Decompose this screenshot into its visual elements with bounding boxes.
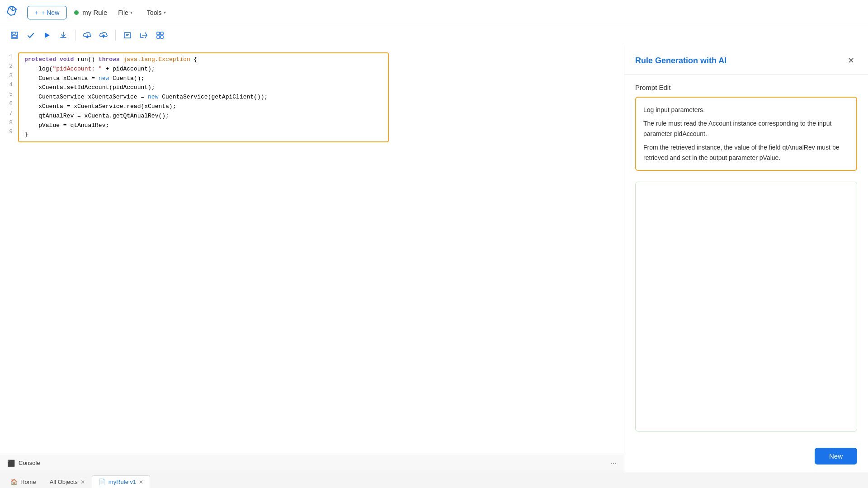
line-numbers: 1 2 3 4 5 6 7 8 9 <box>0 49 18 146</box>
tab-home[interactable]: 🏠 Home <box>4 475 43 488</box>
tab-my-rule-label: myRule v1 <box>108 479 136 485</box>
toolbar <box>0 25 868 45</box>
new-button-label: + New <box>41 9 59 16</box>
ai-panel-footer: New <box>624 441 868 472</box>
ai-panel-header: Rule Generation with AI ✕ <box>624 45 868 75</box>
line-number-9: 9 <box>7 127 13 137</box>
ai-panel: Rule Generation with AI ✕ Prompt Edit Lo… <box>624 45 868 472</box>
tools-menu[interactable]: Tools ▾ <box>143 7 170 18</box>
console-more-button[interactable]: ··· <box>611 459 617 467</box>
prompt-line-1: Log input parameters. <box>643 105 849 115</box>
ai-new-button[interactable]: New <box>815 448 857 465</box>
editor-area: 1 2 3 4 5 6 7 8 9 protected void run() t… <box>0 45 624 472</box>
svg-rect-2 <box>12 35 17 38</box>
upload-cloud-button[interactable] <box>96 28 111 42</box>
grid-button[interactable] <box>153 28 167 42</box>
new-button[interactable]: + + New <box>27 6 67 19</box>
prompt-line-2: The rule must read the Account instance … <box>643 118 849 139</box>
export-button[interactable] <box>56 28 71 42</box>
line-number-8: 8 <box>7 118 13 128</box>
code-highlighted-block: protected void run() throws java.lang.Ex… <box>18 52 389 142</box>
home-icon: 🏠 <box>10 479 18 485</box>
svg-rect-4 <box>124 33 131 38</box>
editor-content[interactable]: 1 2 3 4 5 6 7 8 9 protected void run() t… <box>0 45 624 454</box>
main-area: 1 2 3 4 5 6 7 8 9 protected void run() t… <box>0 45 868 472</box>
toolbar-separator-2 <box>115 30 116 41</box>
line-number-5: 5 <box>7 90 13 99</box>
toolbar-separator-1 <box>75 30 75 41</box>
file-menu-label: File <box>118 9 128 16</box>
tab-my-rule[interactable]: 📄 myRule v1 ✕ <box>92 475 150 488</box>
svg-rect-8 <box>160 36 163 38</box>
code-line-6: xCuenta = xCuentaService.read(xCuenta); <box>24 102 382 112</box>
plus-icon: + <box>35 9 38 16</box>
console-bar: ⬛ Console ··· <box>0 454 624 472</box>
tab-all-objects[interactable]: All Objects ✕ <box>43 475 92 488</box>
code-line-9: } <box>24 130 382 140</box>
ai-panel-title: Rule Generation with AI <box>635 56 726 66</box>
prompt-section: Prompt Edit Log input parameters. The ru… <box>635 84 857 171</box>
rule-name-display: my Rule <box>74 9 107 16</box>
app-logo <box>5 5 20 21</box>
ai-panel-close-button[interactable]: ✕ <box>844 54 857 67</box>
topbar: + + New my Rule File ▾ Tools ▾ <box>0 0 868 25</box>
bottom-tabs: 🏠 Home All Objects ✕ 📄 myRule v1 ✕ <box>0 472 868 488</box>
console-label: Console <box>19 460 40 466</box>
svg-rect-5 <box>157 32 160 35</box>
code-line-1: protected void run() throws java.lang.Ex… <box>24 55 382 65</box>
tab-all-objects-label: All Objects <box>50 479 78 485</box>
line-number-3: 3 <box>7 71 13 81</box>
prompt-line-3: From the retrieved instance, the value o… <box>643 142 849 163</box>
preview-button[interactable] <box>120 28 135 42</box>
line-number-6: 6 <box>7 99 13 109</box>
line-number-4: 4 <box>7 80 13 90</box>
code-line-2: log("pidAccount: " + pidAccount); <box>24 65 382 74</box>
code-line-7: qtAnualRev = xCuenta.getQtAnualRev(); <box>24 112 382 121</box>
line-number-7: 7 <box>7 109 13 118</box>
console-terminal-icon: ⬛ <box>7 460 15 467</box>
code-line-3: Cuenta xCuenta = new Cuenta(); <box>24 74 382 84</box>
ai-panel-body: Prompt Edit Log input parameters. The ru… <box>624 75 868 441</box>
line-number-1: 1 <box>7 52 13 62</box>
share-button[interactable] <box>137 28 151 42</box>
tab-home-label: Home <box>20 479 36 485</box>
rule-status-dot <box>74 10 79 15</box>
tools-menu-chevron: ▾ <box>164 10 166 15</box>
line-number-2: 2 <box>7 62 13 71</box>
tab-my-rule-close[interactable]: ✕ <box>139 479 143 485</box>
file-menu-chevron: ▾ <box>130 10 132 15</box>
svg-marker-3 <box>45 33 50 38</box>
tab-all-objects-close[interactable]: ✕ <box>80 479 85 485</box>
svg-rect-7 <box>157 36 160 38</box>
file-icon: 📄 <box>99 479 106 485</box>
file-menu[interactable]: File ▾ <box>114 7 136 18</box>
prompt-section-title: Prompt Edit <box>635 84 857 91</box>
run-button[interactable] <box>40 28 54 42</box>
download-cloud-button[interactable] <box>80 28 94 42</box>
prompt-box[interactable]: Log input parameters. The rule must read… <box>635 97 857 171</box>
svg-rect-6 <box>160 32 163 35</box>
code-container: 1 2 3 4 5 6 7 8 9 protected void run() t… <box>0 49 624 146</box>
code-line-8: pValue = qtAnualRev; <box>24 121 382 131</box>
save-button[interactable] <box>7 28 22 42</box>
code-line-4: xCuenta.setIdAccount(pidAccount); <box>24 83 382 93</box>
code-block: protected void run() throws java.lang.Ex… <box>18 49 624 146</box>
validate-button[interactable] <box>24 28 38 42</box>
ai-response-area[interactable] <box>635 182 857 432</box>
code-line-5: CuentaService xCuentaService = new Cuent… <box>24 93 382 102</box>
rule-name-label: my Rule <box>82 9 107 16</box>
tools-menu-label: Tools <box>147 9 162 16</box>
